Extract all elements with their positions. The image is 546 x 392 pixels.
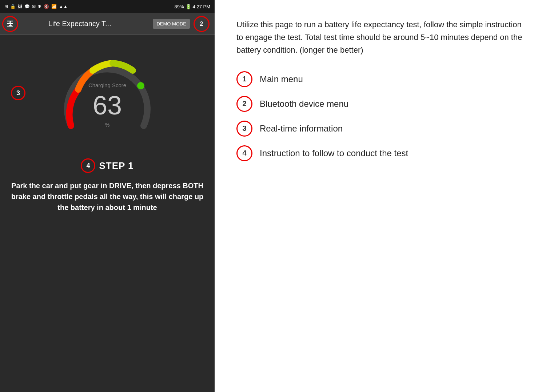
info-panel: Utilize this page to run a battery life … bbox=[215, 0, 546, 392]
gauge-value: 63 bbox=[93, 92, 122, 118]
info-circle-4-label: 4 bbox=[242, 149, 246, 157]
info-circle-1: 1 bbox=[236, 71, 252, 87]
message-icon: 💬 bbox=[24, 4, 30, 9]
phone-panel: ⊞ 🔒 🖼 💬 ✉ ✱ 🔇 📶 ▲▲ 89% 🔋 4:27 PM 1 ☰ Lif… bbox=[0, 0, 215, 392]
app-title: Life Expectancy T... bbox=[7, 20, 153, 28]
image-icon: 🖼 bbox=[18, 4, 22, 9]
info-text-3: Real-time information bbox=[260, 124, 343, 134]
annotation-4-label: 4 bbox=[86, 162, 90, 170]
info-circle-1-label: 1 bbox=[242, 75, 246, 83]
bluetooth-icon: ✱ bbox=[38, 4, 41, 9]
status-bar: ⊞ 🔒 🖼 💬 ✉ ✱ 🔇 📶 ▲▲ 89% 🔋 4:27 PM bbox=[0, 0, 215, 13]
notification-icon: ⊞ bbox=[4, 4, 8, 9]
step-header: 4 STEP 1 bbox=[81, 158, 133, 173]
info-description: Utilize this page to run a battery life … bbox=[236, 18, 524, 57]
info-text-2: Bluetooth device menu bbox=[260, 99, 348, 109]
battery-icon: 🔋 bbox=[186, 4, 191, 9]
info-item-3: 3 Real-time information bbox=[236, 121, 524, 137]
step-body: Park the car and put gear in DRIVE, then… bbox=[11, 180, 204, 213]
info-circle-4: 4 bbox=[236, 145, 252, 161]
status-bar-left: ⊞ 🔒 🖼 💬 ✉ ✱ 🔇 📶 ▲▲ bbox=[4, 4, 68, 9]
info-text-1: Main menu bbox=[260, 74, 303, 84]
info-item-1: 1 Main menu bbox=[236, 71, 524, 87]
info-circle-2-label: 2 bbox=[242, 100, 246, 108]
info-text-4: Instruction to follow to conduct the tes… bbox=[260, 148, 408, 158]
signal-icon: ▲▲ bbox=[59, 4, 68, 9]
svg-point-0 bbox=[137, 82, 144, 89]
status-bar-right: 89% 🔋 4:27 PM bbox=[175, 4, 210, 9]
wifi-icon: 📶 bbox=[51, 4, 57, 9]
info-item-2: 2 Bluetooth device menu bbox=[236, 96, 524, 112]
info-circle-3-label: 3 bbox=[242, 124, 246, 133]
annotation-1-label: 1 bbox=[9, 21, 12, 27]
info-circle-2: 2 bbox=[236, 96, 252, 112]
mail-icon: ✉ bbox=[32, 4, 36, 9]
battery-percent: 89% bbox=[175, 4, 184, 9]
info-list: 1 Main menu 2 Bluetooth device menu 3 Re… bbox=[236, 71, 524, 161]
gauge-unit: % bbox=[105, 122, 109, 128]
annotation-4-circle: 4 bbox=[81, 158, 95, 173]
app-bar: 1 ☰ Life Expectancy T... DEMO MODE 2 bbox=[0, 13, 215, 35]
time-display: 4:27 PM bbox=[193, 4, 210, 9]
gauge-area: 3 Charging Score 63 % bbox=[0, 35, 215, 151]
annotation-2-label: 2 bbox=[200, 21, 203, 27]
demo-mode-button[interactable]: DEMO MODE bbox=[153, 19, 190, 29]
mute-icon: 🔇 bbox=[44, 4, 49, 9]
info-item-4: 4 Instruction to follow to conduct the t… bbox=[236, 145, 524, 161]
gauge-label: Charging Score bbox=[88, 82, 126, 88]
info-circle-3: 3 bbox=[236, 121, 252, 137]
step-section: 4 STEP 1 Park the car and put gear in DR… bbox=[0, 151, 215, 392]
gauge-container: Charging Score 63 % bbox=[56, 46, 158, 147]
annotation-3-circle: 3 bbox=[11, 86, 25, 100]
security-icon: 🔒 bbox=[10, 4, 16, 9]
step-title: STEP 1 bbox=[99, 160, 133, 171]
